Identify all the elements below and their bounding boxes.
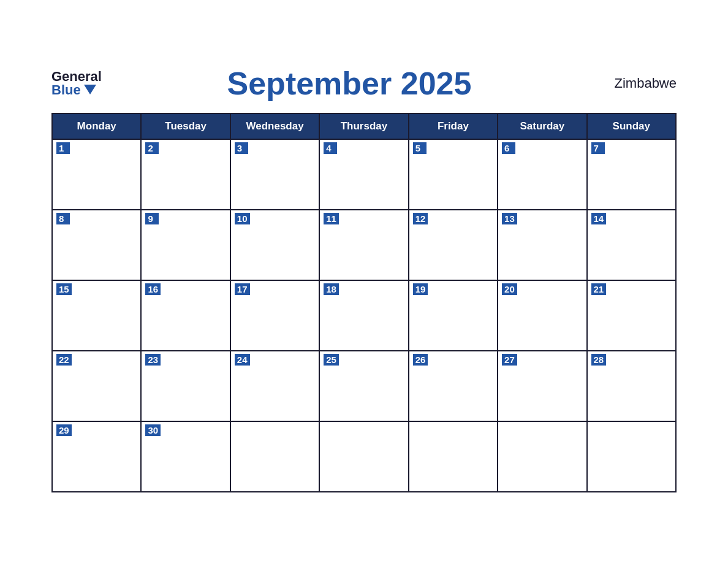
calendar-cell[interactable]: 5 (409, 139, 498, 210)
calendar-cell[interactable]: 20 (498, 280, 586, 351)
calendar-cell[interactable]: 18 (319, 280, 408, 351)
date-number: 5 (413, 142, 427, 154)
logo-general-text: General (51, 70, 102, 83)
col-monday: Monday (52, 113, 141, 139)
calendar-cell[interactable]: 15 (52, 280, 141, 351)
date-number: 17 (235, 283, 250, 295)
calendar-cell[interactable]: 2 (141, 139, 230, 210)
calendar-cell[interactable]: 6 (498, 139, 586, 210)
logo-blue-label: Blue (51, 83, 81, 97)
calendar-cell[interactable]: 22 (52, 351, 141, 421)
date-number: 7 (591, 142, 605, 154)
logo: General Blue (51, 70, 102, 97)
date-number: 4 (324, 142, 337, 154)
col-wednesday: Wednesday (230, 113, 319, 139)
calendar-cell[interactable]: 17 (230, 280, 319, 351)
date-number: 11 (324, 213, 339, 224)
calendar-cell[interactable] (230, 421, 319, 492)
col-saturday: Saturday (498, 113, 586, 139)
col-tuesday: Tuesday (141, 113, 230, 139)
date-number: 1 (56, 142, 70, 154)
date-number: 12 (413, 213, 428, 224)
date-number: 27 (502, 354, 517, 366)
date-number: 18 (324, 283, 339, 295)
calendar-week-row-5: 2930 (52, 421, 676, 492)
date-number: 22 (56, 354, 72, 366)
logo-blue-text: Blue (51, 83, 96, 97)
date-number: 30 (145, 424, 161, 436)
calendar-week-row-4: 22232425262728 (52, 351, 676, 421)
calendar-cell[interactable]: 9 (141, 210, 230, 280)
calendar-cell[interactable]: 19 (409, 280, 498, 351)
date-number: 10 (235, 213, 250, 224)
date-number: 3 (235, 142, 248, 154)
calendar-week-row-2: 891011121314 (52, 210, 676, 280)
calendar-table: Monday Tuesday Wednesday Thursday Friday… (51, 113, 677, 492)
calendar-cell[interactable]: 21 (587, 280, 676, 351)
date-number: 15 (56, 283, 72, 295)
calendar-cell[interactable]: 11 (319, 210, 408, 280)
date-number: 23 (145, 354, 161, 366)
calendar-cell[interactable]: 7 (587, 139, 676, 210)
calendar-cell[interactable]: 27 (498, 351, 586, 421)
col-thursday: Thursday (319, 113, 408, 139)
calendar-cell[interactable] (319, 421, 408, 492)
calendar-cell[interactable]: 12 (409, 210, 498, 280)
calendar-week-row-3: 15161718192021 (52, 280, 676, 351)
calendar-cell[interactable]: 29 (52, 421, 141, 492)
calendar-cell[interactable]: 8 (52, 210, 141, 280)
logo-triangle-icon (84, 85, 96, 94)
page-header: General Blue September 2025 Zimbabwe (51, 65, 677, 102)
date-number: 14 (591, 213, 607, 224)
date-number: 25 (324, 354, 339, 366)
date-number: 13 (502, 213, 517, 224)
date-number: 21 (591, 283, 607, 295)
calendar-cell[interactable]: 25 (319, 351, 408, 421)
date-number: 26 (413, 354, 428, 366)
calendar-cell[interactable]: 16 (141, 280, 230, 351)
calendar-cell[interactable]: 26 (409, 351, 498, 421)
calendar-week-row-1: 1234567 (52, 139, 676, 210)
country-label: Zimbabwe (597, 75, 677, 91)
calendar-cell[interactable]: 14 (587, 210, 676, 280)
col-sunday: Sunday (587, 113, 676, 139)
calendar-page: General Blue September 2025 Zimbabwe Mon… (27, 47, 701, 517)
calendar-header-row: Monday Tuesday Wednesday Thursday Friday… (52, 113, 676, 139)
date-number: 19 (413, 283, 428, 295)
date-number: 28 (591, 354, 607, 366)
calendar-cell[interactable]: 4 (319, 139, 408, 210)
date-number: 24 (235, 354, 250, 366)
date-number: 29 (56, 424, 72, 436)
date-number: 6 (502, 142, 515, 154)
calendar-cell[interactable]: 24 (230, 351, 319, 421)
calendar-cell[interactable]: 30 (141, 421, 230, 492)
date-number: 8 (56, 213, 70, 224)
calendar-cell[interactable]: 13 (498, 210, 586, 280)
calendar-cell[interactable]: 3 (230, 139, 319, 210)
calendar-cell[interactable]: 23 (141, 351, 230, 421)
calendar-cell[interactable]: 1 (52, 139, 141, 210)
calendar-cell[interactable]: 10 (230, 210, 319, 280)
calendar-cell[interactable] (409, 421, 498, 492)
calendar-cell[interactable]: 28 (587, 351, 676, 421)
date-number: 2 (145, 142, 159, 154)
col-friday: Friday (409, 113, 498, 139)
date-number: 20 (502, 283, 517, 295)
date-number: 9 (145, 213, 159, 224)
calendar-cell[interactable] (587, 421, 676, 492)
page-title: September 2025 (102, 65, 597, 102)
calendar-cell[interactable] (498, 421, 586, 492)
date-number: 16 (145, 283, 161, 295)
